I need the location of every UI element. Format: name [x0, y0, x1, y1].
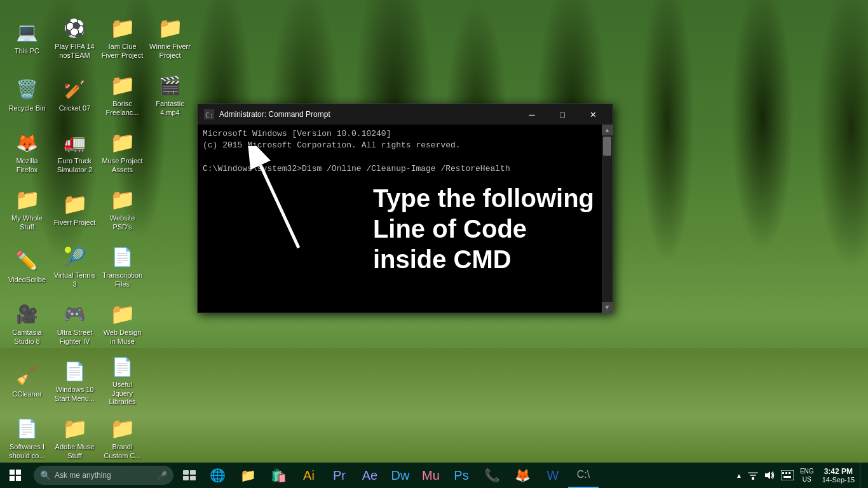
- desktop-icon-softwares[interactable]: 📄 Softwares I should co...: [3, 410, 51, 466]
- taskbar-illustrator[interactable]: Ai: [294, 463, 324, 488]
- keyboard-icon: [781, 470, 794, 480]
- taskbar-word[interactable]: W: [538, 463, 568, 488]
- web-design-icon: 📁: [110, 301, 135, 327]
- desktop-icon-ccleaner[interactable]: 🧹 CCleaner: [3, 353, 51, 409]
- cmd-scrollbar[interactable]: ▲ ▼: [602, 125, 613, 313]
- website-psd-label: Website PSD's: [101, 214, 144, 231]
- desktop-icon-adobe-muse[interactable]: 📁 Adobe Muse Stuff: [51, 410, 98, 466]
- search-placeholder-text: Ask me anything: [55, 471, 111, 480]
- desktop-icon-winnie[interactable]: 📁 Winnie Fiverr Project: [146, 10, 194, 65]
- fiverr-proj-icon: 📁: [62, 191, 88, 217]
- task-view-button[interactable]: [177, 463, 202, 488]
- play-fifa-label: Play FIFA 14 nosTEAM: [53, 43, 96, 59]
- cricket07-icon: 🏏: [62, 77, 88, 102]
- icon-placeholder-4: [146, 295, 194, 351]
- dreamweaver-icon: Dw: [391, 468, 410, 483]
- taskbar-store[interactable]: 🛍️: [263, 463, 294, 488]
- desktop-icon-camtasia[interactable]: 🎥 Camtasia Studio 8: [3, 295, 51, 351]
- desktop-icon-euro-truck[interactable]: 🚛 Euro Truck Simulator 2: [51, 124, 98, 180]
- desktop-icon-mozilla[interactable]: 🦊 Mozilla Firefox: [3, 124, 51, 180]
- tray-expand-button[interactable]: ▲: [733, 463, 745, 488]
- taskbar-premiere[interactable]: Pr: [324, 463, 355, 488]
- taskbar-edge[interactable]: 🌐: [202, 463, 233, 488]
- desktop-icon-fiverr-proj[interactable]: 📁 Fiverr Project: [51, 181, 98, 237]
- virtual-tennis-icon: 🎾: [62, 244, 88, 269]
- desktop-icon-play-fifa[interactable]: ⚽ Play FIFA 14 nosTEAM: [51, 10, 98, 65]
- cmd-maximize-button[interactable]: □: [548, 104, 577, 125]
- fantastic-icon: 🎬: [158, 72, 183, 98]
- firefox-icon: 🦊: [515, 468, 531, 483]
- cmd-body[interactable]: Microsoft Windows [Version 10.0.10240] (…: [198, 125, 613, 313]
- win10-start-icon: 📄: [62, 358, 88, 384]
- taskbar-photoshop[interactable]: Ps: [446, 463, 477, 488]
- desktop-icon-brandi[interactable]: 📁 Brandi Custom C...: [98, 410, 146, 466]
- transcription-label: Transcription Files: [101, 271, 144, 288]
- my-whole-icon: 📁: [15, 187, 40, 212]
- muse-project-icon: 📁: [110, 130, 135, 155]
- ultra-street-icon: 🎮: [62, 301, 88, 327]
- desktop-icon-fantastic[interactable]: 🎬 Fantastic 4.mp4: [146, 67, 194, 123]
- scroll-up-arrow[interactable]: ▲: [602, 125, 613, 135]
- system-clock[interactable]: 3:42 PM 14-Sep-15: [817, 463, 860, 488]
- taskbar-dreamweaver[interactable]: Dw: [385, 463, 416, 488]
- svg-rect-12: [752, 477, 754, 480]
- cmd-window-controls: ─ □ ✕: [517, 104, 607, 125]
- desktop-icon-website-psd[interactable]: 📁 Website PSD's: [98, 181, 146, 237]
- desktop-icon-borisc[interactable]: 📁 Borisc Freelanc...: [98, 67, 146, 123]
- cmd-titlebar[interactable]: C:\ Administrator: Command Prompt ─ □ ✕: [198, 104, 613, 125]
- network-tray-icon[interactable]: [745, 463, 761, 488]
- svg-rect-14: [748, 472, 758, 473]
- winnie-label: Winnie Fiverr Project: [149, 43, 191, 59]
- desktop-icon-muse-project[interactable]: 📁 Muse Project Assets: [98, 124, 146, 180]
- desktop-icon-cricket07[interactable]: 🏏 Cricket 07: [51, 67, 98, 123]
- cmd-minimize-button[interactable]: ─: [517, 104, 546, 125]
- desktop-icon-useful-jquery[interactable]: 📄 Useful Jquery Libraries: [98, 353, 146, 409]
- iam-clue-label: Iam Clue Fiverr Project: [101, 43, 144, 59]
- show-desktop-button[interactable]: [860, 463, 865, 488]
- iam-clue-icon: 📁: [110, 15, 135, 41]
- taskbar-file-explorer[interactable]: 📁: [233, 463, 263, 488]
- desktop-icon-web-design[interactable]: 📁 Web Design in Muse: [98, 295, 146, 351]
- icon-placeholder-2: [146, 181, 194, 237]
- euro-truck-icon: 🚛: [62, 130, 88, 155]
- language-indicator[interactable]: ENG US: [797, 463, 817, 488]
- winnie-icon: 📁: [158, 15, 183, 41]
- cmd-close-button[interactable]: ✕: [578, 104, 607, 125]
- svg-rect-10: [183, 476, 189, 480]
- photoshop-icon: Ps: [454, 468, 468, 483]
- taskbar-firefox[interactable]: 🦊: [507, 463, 538, 488]
- scroll-thumb[interactable]: [603, 137, 611, 156]
- volume-tray-icon[interactable]: [761, 463, 778, 488]
- cricket07-label: Cricket 07: [59, 104, 91, 112]
- recycle-bin-label: Recycle Bin: [8, 104, 45, 112]
- videoscribe-icon: ✏️: [15, 248, 40, 274]
- muse-project-label: Muse Project Assets: [101, 157, 144, 173]
- clock-time: 3:42 PM: [824, 467, 853, 476]
- ccleaner-icon: 🧹: [15, 363, 40, 388]
- desktop-icon-this-pc[interactable]: 💻 This PC: [3, 10, 51, 65]
- desktop-icon-ultra-street[interactable]: 🎮 Ultra Street Fighter IV: [51, 295, 98, 351]
- desktop-icon-videoscribe[interactable]: ✏️ VideoScribe: [3, 238, 51, 294]
- softwares-icon: 📄: [15, 416, 40, 441]
- taskbar-cmd[interactable]: C:\: [568, 463, 599, 488]
- softwares-label: Softwares I should co...: [6, 443, 48, 459]
- desktop-icon-iam-clue[interactable]: 📁 Iam Clue Fiverr Project: [98, 10, 146, 65]
- desktop-icon-my-whole[interactable]: 📁 My Whole Stuff: [3, 181, 51, 237]
- desktop-icon-transcription[interactable]: 📄 Transcription Files: [98, 238, 146, 294]
- brandi-icon: 📁: [110, 416, 135, 441]
- cmd-window[interactable]: C:\ Administrator: Command Prompt ─ □ ✕ …: [197, 104, 613, 313]
- camtasia-label: Camtasia Studio 8: [6, 329, 48, 345]
- taskbar-skype[interactable]: 📞: [477, 463, 507, 488]
- desktop-icon-win10-start[interactable]: 📄 Windows 10 Start Menu...: [51, 353, 98, 409]
- search-bar[interactable]: 🔍 Ask me anything 🎤: [34, 466, 173, 485]
- start-button[interactable]: [0, 463, 31, 488]
- useful-jquery-icon: 📄: [110, 355, 135, 379]
- input-indicator[interactable]: [778, 463, 797, 488]
- taskbar-after-effects[interactable]: Ae: [355, 463, 385, 488]
- desktop-icon-recycle-bin[interactable]: 🗑️ Recycle Bin: [3, 67, 51, 123]
- scroll-down-arrow[interactable]: ▼: [602, 302, 613, 313]
- taskbar-muse[interactable]: Mu: [416, 463, 446, 488]
- desktop-icon-virtual-tennis[interactable]: 🎾 Virtual Tennis 3: [51, 238, 98, 294]
- recycle-bin-icon: 🗑️: [15, 77, 40, 102]
- word-icon: W: [547, 468, 559, 483]
